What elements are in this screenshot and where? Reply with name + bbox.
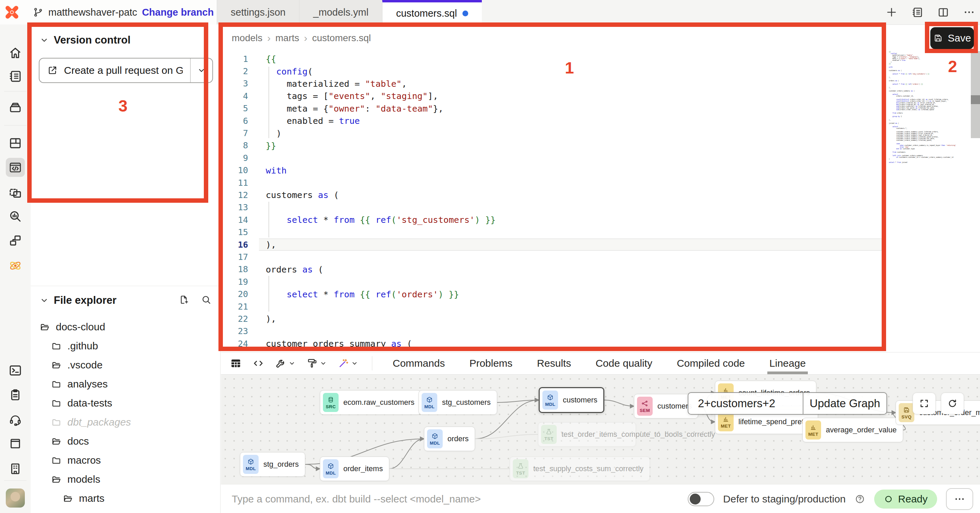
pull-request-dropdown-caret[interactable]: [190, 59, 212, 82]
panel-tab-compiled-code[interactable]: Compiled code: [665, 353, 757, 374]
code-line-16[interactable]: 16),: [221, 238, 885, 251]
code-line-5[interactable]: 5 meta = {"owner": "data-team"},: [221, 102, 885, 114]
code-line-3[interactable]: 3 materialized = "table",: [221, 78, 885, 90]
rail-item-canvas[interactable]: [6, 184, 25, 203]
rail-item-apps[interactable]: [6, 231, 25, 250]
lineage-node-test_supply[interactable]: TSTtest_supply_costs_sum_correctly: [510, 457, 650, 481]
notebook-button[interactable]: [911, 6, 924, 18]
create-pull-request-main[interactable]: Create a pull request on Gi...: [40, 59, 190, 82]
lineage-selector-input[interactable]: 2+customers+2: [688, 393, 803, 414]
user-avatar[interactable]: [6, 489, 25, 508]
panel-tab-code-quality[interactable]: Code quality: [583, 353, 665, 374]
defer-toggle[interactable]: [688, 492, 714, 506]
results-table-button[interactable]: [230, 357, 242, 369]
file-explorer-header[interactable]: File explorer: [40, 294, 116, 307]
lineage-node-customers[interactable]: MDLcustomers: [539, 387, 605, 413]
panel-tab-commands[interactable]: Commands: [380, 353, 457, 374]
new-tab-button[interactable]: [885, 6, 898, 18]
lineage-node-stg_orders[interactable]: MDLstg_orders: [240, 452, 305, 476]
code-line-2[interactable]: 2 config(: [221, 65, 885, 77]
tab-_models.yml[interactable]: _models.yml: [299, 0, 382, 24]
tree-item-analyses[interactable]: analyses: [30, 375, 221, 394]
lineage-node-average_order_value[interactable]: METaverage_order_value: [802, 418, 903, 442]
code-line-15[interactable]: 15: [221, 226, 885, 238]
code-line-14[interactable]: 14 select * from {{ ref('stg_customers')…: [221, 214, 885, 226]
tree-item-macros[interactable]: macros: [30, 451, 221, 470]
build-tools-button[interactable]: [275, 357, 296, 369]
breadcrumb-item[interactable]: marts: [275, 33, 299, 44]
rail-item-dashboard[interactable]: [6, 134, 25, 153]
rail-item-jobs[interactable]: [6, 98, 25, 117]
tree-item-.vscode[interactable]: .vscode: [30, 356, 221, 375]
tree-item-models[interactable]: models: [30, 470, 221, 489]
help-icon[interactable]: [854, 494, 865, 505]
tab-customers.sql[interactable]: customers.sql: [382, 0, 482, 24]
tree-item-dbt_packages[interactable]: dbt_packages: [30, 413, 221, 432]
fullscreen-button[interactable]: [913, 392, 936, 415]
minimap[interactable]: {{ config( materialized = "table", tags …: [889, 51, 970, 337]
command-input[interactable]: Type a command, ex. dbt build --select <…: [232, 484, 481, 513]
tree-item-marts[interactable]: marts: [30, 489, 221, 508]
rail-item-notebook[interactable]: [6, 67, 25, 86]
code-line-24[interactable]: 24customer_orders_summary as (: [221, 337, 885, 350]
rail-item-explore[interactable]: [6, 207, 25, 226]
new-file-icon[interactable]: [178, 294, 189, 305]
code-line-4[interactable]: 4 tags = ["events", "staging"],: [221, 90, 885, 102]
code-line-11[interactable]: 11: [221, 176, 885, 189]
format-button[interactable]: [306, 357, 327, 369]
panel-tab-lineage[interactable]: Lineage: [757, 353, 818, 374]
tree-item-data-tests[interactable]: data-tests: [30, 394, 221, 413]
rail-item-org[interactable]: [6, 459, 25, 478]
code-line-10[interactable]: 10with: [221, 164, 885, 176]
panel-tab-results[interactable]: Results: [525, 353, 583, 374]
code-line-13[interactable]: 13: [221, 202, 885, 214]
code-view-button[interactable]: [252, 357, 264, 369]
tab-settings.json[interactable]: settings.json: [217, 0, 299, 24]
create-pull-request-button[interactable]: Create a pull request on Gi...: [39, 58, 213, 83]
code-line-9[interactable]: 9: [221, 152, 885, 164]
code-line-18[interactable]: 18orders as (: [221, 263, 885, 276]
code-line-1[interactable]: 1{{: [221, 53, 885, 65]
code-line-22[interactable]: 22),: [221, 313, 885, 325]
lineage-node-order_items[interactable]: MDLorder_items: [320, 457, 389, 481]
lineage-node-stg_customers[interactable]: MDLstg_customers: [418, 390, 497, 415]
tree-item-.github[interactable]: .github: [30, 337, 221, 356]
rail-item-notes[interactable]: [6, 386, 25, 405]
code-line-6[interactable]: 6 enabled = true: [221, 114, 885, 127]
code-line-7[interactable]: 7 ): [221, 127, 885, 139]
save-button[interactable]: Save: [930, 27, 974, 49]
code-line-23[interactable]: 23: [221, 325, 885, 337]
status-badge[interactable]: Ready: [874, 489, 937, 508]
update-graph-button[interactable]: Update Graph: [803, 393, 886, 414]
more-actions-button[interactable]: [946, 488, 973, 510]
more-options-button[interactable]: [963, 6, 975, 18]
code-lines[interactable]: 1{{2 config(3 materialized = "table",4 t…: [221, 53, 885, 350]
code-line-20[interactable]: 20 select * from {{ ref('orders') }}: [221, 288, 885, 300]
lineage-graph[interactable]: SRCecom.raw_customersMDLstg_customersMDL…: [221, 375, 980, 484]
code-line-8[interactable]: 8}}: [221, 140, 885, 152]
rail-item-home[interactable]: [6, 44, 25, 63]
editor-scrollbar[interactable]: [971, 51, 980, 138]
rail-item-ide[interactable]: [6, 158, 25, 177]
rail-item-terminal[interactable]: [6, 361, 25, 380]
lineage-node-src_raw[interactable]: SRCecom.raw_customers: [320, 390, 421, 415]
change-branch-link[interactable]: Change branch: [142, 7, 214, 18]
lineage-node-customer_order_metrics[interactable]: SVQcustomer_order_metrics: [896, 400, 980, 425]
search-icon[interactable]: [201, 294, 212, 305]
version-control-header[interactable]: Version control: [40, 34, 130, 46]
panel-tab-problems[interactable]: Problems: [457, 353, 525, 374]
tree-item-docs-cloud[interactable]: docs-cloud: [30, 318, 221, 337]
refresh-graph-button[interactable]: [941, 392, 964, 415]
lineage-node-test_order_items[interactable]: TSTtest_order_items_compute_to_bools_cor…: [538, 422, 636, 447]
breadcrumb-item[interactable]: customers.sql: [312, 33, 371, 44]
ai-fix-button[interactable]: [337, 357, 358, 369]
dbt-logo-icon[interactable]: [3, 3, 21, 21]
rail-item-copilot[interactable]: [6, 256, 25, 275]
code-line-19[interactable]: 19: [221, 276, 885, 288]
scrollbar-thumb[interactable]: [971, 95, 980, 104]
code-line-21[interactable]: 21: [221, 300, 885, 313]
tree-item-docs[interactable]: docs: [30, 432, 221, 451]
code-line-12[interactable]: 12customers as (: [221, 189, 885, 201]
breadcrumb-item[interactable]: models: [232, 33, 262, 44]
code-editor[interactable]: models›marts›customers.sql 1{{2 config(3…: [221, 25, 980, 352]
